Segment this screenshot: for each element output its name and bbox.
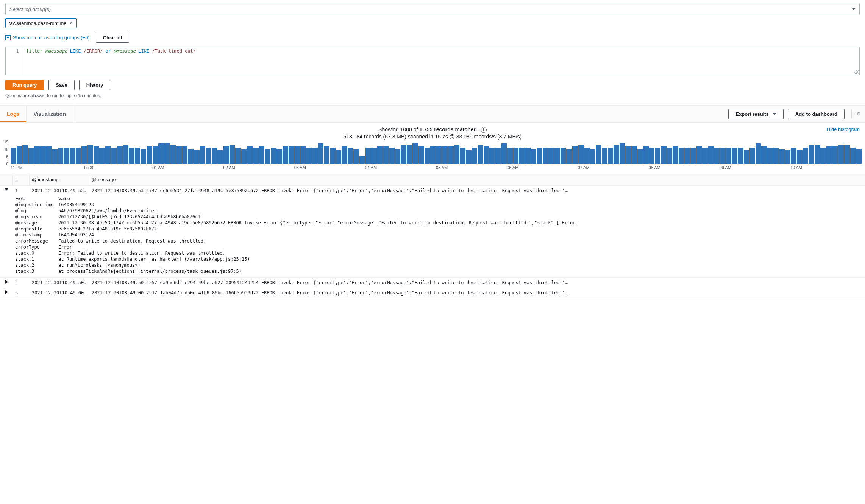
add-to-dashboard-button[interactable]: Add to dashboard	[788, 109, 845, 119]
histogram-bar[interactable]	[64, 148, 69, 164]
histogram-bar[interactable]	[336, 150, 342, 164]
histogram-bar[interactable]	[283, 146, 288, 164]
histogram-bar[interactable]	[111, 148, 117, 164]
export-results-button[interactable]: Export results	[728, 109, 783, 119]
expand-toggle[interactable]	[0, 279, 13, 284]
histogram-bar[interactable]	[289, 146, 294, 164]
histogram-bar[interactable]	[554, 148, 560, 164]
histogram-bar[interactable]	[761, 146, 767, 164]
histogram-bar[interactable]	[472, 148, 478, 164]
tab-logs[interactable]: Logs	[0, 106, 27, 122]
histogram-bar[interactable]	[442, 146, 448, 164]
histogram-bar[interactable]	[253, 148, 259, 164]
histogram-bar[interactable]	[182, 146, 188, 164]
histogram-bar[interactable]	[94, 146, 99, 164]
histogram-bar[interactable]	[519, 148, 525, 164]
histogram-bar[interactable]	[105, 146, 111, 164]
histogram-bar[interactable]	[353, 149, 359, 164]
col-timestamp[interactable]: @timestamp	[30, 174, 89, 185]
histogram-bar[interactable]	[797, 150, 803, 164]
histogram-bar[interactable]	[52, 149, 58, 164]
histogram-bar[interactable]	[590, 149, 596, 164]
histogram-bar[interactable]	[117, 146, 123, 164]
close-icon[interactable]: ×	[69, 20, 73, 26]
histogram-bar[interactable]	[702, 148, 708, 164]
histogram-bar[interactable]	[395, 149, 401, 164]
histogram-bar[interactable]	[176, 146, 182, 164]
histogram-bar[interactable]	[330, 148, 336, 164]
histogram-bar[interactable]	[76, 148, 81, 164]
table-row[interactable]: 32021-12-30T10:49:00.…2021-12-30T08:49:0…	[0, 288, 865, 298]
info-icon[interactable]: i	[481, 127, 487, 133]
histogram-bar[interactable]	[714, 148, 720, 164]
histogram-bar[interactable]	[235, 148, 241, 164]
histogram-bar[interactable]	[206, 148, 211, 164]
histogram-bar[interactable]	[501, 143, 507, 164]
clear-all-button[interactable]: Clear all	[96, 33, 130, 43]
histogram-bar[interactable]	[756, 143, 761, 164]
histogram-bar[interactable]	[738, 148, 743, 164]
histogram-bar[interactable]	[377, 146, 383, 164]
histogram-bar[interactable]	[608, 148, 614, 164]
col-num[interactable]: #	[13, 174, 30, 185]
histogram-bar[interactable]	[561, 148, 566, 164]
histogram-bar[interactable]	[596, 145, 601, 164]
table-row[interactable]: 12021-12-30T10:49:53.…2021-12-30T08:49:5…	[0, 186, 865, 278]
histogram-bar[interactable]	[342, 146, 347, 164]
histogram-bar[interactable]	[655, 148, 660, 164]
histogram-bar[interactable]	[543, 148, 548, 164]
histogram-bar[interactable]	[584, 148, 590, 164]
histogram-bar[interactable]	[22, 145, 28, 164]
histogram-bar[interactable]	[300, 146, 306, 164]
histogram-bar[interactable]	[690, 148, 696, 164]
histogram-bar[interactable]	[631, 146, 637, 164]
histogram-bar[interactable]	[478, 145, 483, 164]
histogram-bar[interactable]	[34, 146, 40, 164]
histogram-bar[interactable]	[696, 146, 702, 164]
col-message[interactable]: @message	[89, 174, 865, 185]
histogram-bar[interactable]	[679, 148, 684, 164]
table-row[interactable]: 22021-12-30T10:49:50.…2021-12-30T08:49:5…	[0, 278, 865, 288]
histogram-bar[interactable]	[460, 148, 465, 164]
histogram-bar[interactable]	[158, 143, 164, 164]
histogram-bar[interactable]	[803, 148, 809, 164]
histogram-bar[interactable]	[147, 146, 152, 164]
histogram-bar[interactable]	[70, 148, 75, 164]
histogram-bar[interactable]	[129, 148, 134, 164]
histogram-bar[interactable]	[720, 148, 726, 164]
histogram-bar[interactable]	[247, 146, 253, 164]
histogram-bar[interactable]	[649, 148, 655, 164]
show-more-log-groups[interactable]: + Show more chosen log groups (+9)	[5, 35, 90, 40]
histogram-bar[interactable]	[620, 143, 625, 164]
histogram-bar[interactable]	[614, 145, 619, 164]
histogram-bar[interactable]	[448, 146, 454, 164]
histogram-bar[interactable]	[318, 143, 324, 164]
histogram-bar[interactable]	[578, 145, 584, 164]
histogram-bar[interactable]	[844, 145, 850, 164]
histogram-bar[interactable]	[123, 145, 129, 164]
histogram-bar[interactable]	[566, 149, 572, 164]
hide-histogram-link[interactable]: Hide histogram	[827, 126, 860, 132]
histogram-bar[interactable]	[749, 148, 755, 164]
histogram-bar[interactable]	[531, 149, 537, 164]
histogram-bar[interactable]	[643, 146, 649, 164]
histogram-bar[interactable]	[832, 146, 838, 164]
histogram-bar[interactable]	[306, 148, 312, 164]
histogram-bar[interactable]	[200, 146, 206, 164]
query-editor[interactable]: 1 filter @message LIKE /ERROR/ or @messa…	[5, 47, 860, 75]
log-group-selector[interactable]: Select log group(s)	[5, 3, 860, 15]
run-query-button[interactable]: Run query	[5, 80, 44, 90]
histogram-bar[interactable]	[454, 145, 460, 164]
histogram-bar[interactable]	[99, 148, 105, 164]
histogram-bar[interactable]	[383, 146, 389, 164]
histogram-bar[interactable]	[141, 149, 146, 164]
histogram-bar[interactable]	[484, 146, 489, 164]
save-button[interactable]: Save	[48, 80, 74, 90]
histogram-bar[interactable]	[81, 146, 87, 164]
expand-toggle[interactable]	[0, 187, 13, 191]
histogram-bar[interactable]	[153, 146, 158, 164]
histogram-bar[interactable]	[276, 149, 282, 164]
settings-button[interactable]	[851, 109, 860, 118]
histogram-bar[interactable]	[407, 145, 412, 164]
histogram-bar[interactable]	[767, 148, 773, 164]
